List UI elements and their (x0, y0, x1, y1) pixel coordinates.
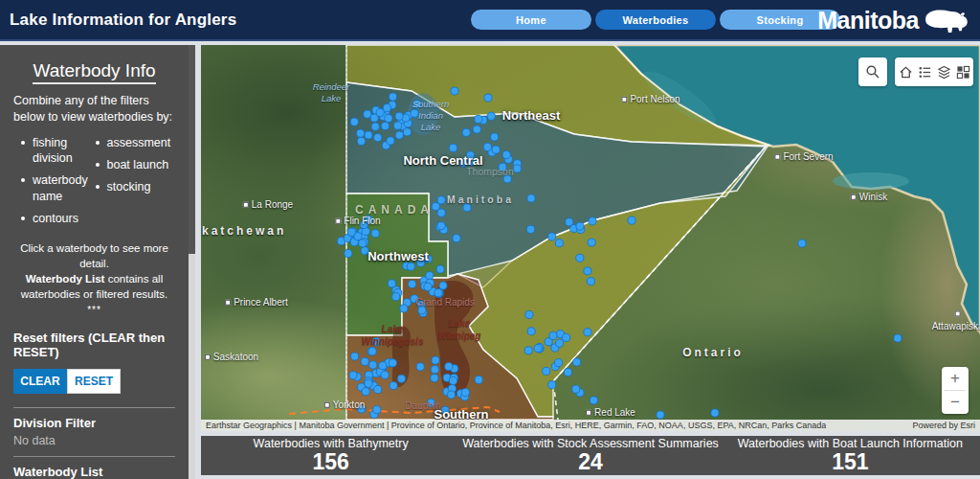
waterbody-dot[interactable] (427, 399, 434, 407)
basemap-gallery-button[interactable] (953, 57, 972, 86)
waterbody-dot[interactable] (588, 239, 595, 246)
waterbody-dot[interactable] (894, 334, 902, 342)
waterbody-dot[interactable] (492, 146, 500, 153)
waterbody-dot[interactable] (359, 240, 367, 247)
waterbody-dot[interactable] (584, 267, 591, 275)
waterbody-dot[interactable] (400, 305, 408, 312)
waterbody-dot[interactable] (416, 363, 424, 371)
waterbody-dot[interactable] (525, 310, 533, 318)
waterbody-dot[interactable] (555, 240, 563, 247)
waterbody-dot[interactable] (473, 125, 480, 133)
waterbody-dot[interactable] (487, 112, 495, 120)
waterbody-dot[interactable] (394, 122, 402, 129)
waterbody-dot[interactable] (534, 344, 542, 352)
waterbody-dot[interactable] (436, 265, 444, 273)
sidebar-scrollbar[interactable] (189, 45, 195, 479)
waterbody-dot[interactable] (475, 115, 482, 123)
waterbody-dot[interactable] (484, 94, 492, 102)
waterbody-dot[interactable] (461, 389, 469, 397)
waterbody-dot[interactable] (361, 247, 368, 255)
waterbody-dot[interactable] (432, 202, 439, 210)
waterbody-dot[interactable] (358, 405, 366, 413)
waterbody-dot[interactable] (349, 372, 357, 379)
map-search-button[interactable] (858, 57, 887, 86)
waterbody-dot[interactable] (475, 376, 482, 383)
waterbody-dot[interactable] (424, 255, 432, 262)
waterbody-dot[interactable] (491, 133, 499, 141)
waterbody-dot[interactable] (381, 122, 389, 129)
waterbody-dot[interactable] (431, 366, 438, 374)
waterbody-dot[interactable] (572, 385, 580, 393)
waterbody-dot[interactable] (590, 397, 597, 404)
layers-button[interactable] (934, 57, 953, 86)
waterbody-dot[interactable] (392, 293, 400, 301)
waterbody-dot[interactable] (431, 375, 438, 382)
waterbody-dot[interactable] (439, 282, 447, 289)
waterbody-dot[interactable] (389, 93, 396, 101)
waterbody-dot[interactable] (369, 361, 377, 369)
waterbody-dot[interactable] (345, 249, 352, 257)
waterbody-dot[interactable] (376, 108, 384, 116)
waterbody-dot[interactable] (350, 118, 358, 125)
waterbody-dot[interactable] (584, 329, 591, 336)
waterbody-dot[interactable] (548, 233, 556, 240)
waterbody-dot[interactable] (798, 240, 806, 247)
waterbody-dot[interactable] (374, 385, 382, 393)
waterbody-dot[interactable] (502, 151, 510, 159)
waterbody-dot[interactable] (395, 131, 403, 139)
waterbody-dot[interactable] (441, 406, 449, 414)
waterbody-dot[interactable] (548, 381, 556, 389)
waterbody-dot[interactable] (417, 259, 425, 266)
waterbody-dot[interactable] (365, 379, 372, 387)
waterbody-dot[interactable] (449, 144, 457, 151)
waterbody-dot[interactable] (483, 143, 491, 150)
waterbody-dot[interactable] (527, 328, 535, 335)
waterbody-dot[interactable] (368, 348, 376, 355)
waterbody-dot[interactable] (374, 134, 382, 142)
legend-button[interactable] (915, 57, 934, 86)
waterbody-dot[interactable] (432, 356, 439, 364)
waterbody-dot[interactable] (397, 375, 405, 382)
waterbody-dot[interactable] (527, 194, 535, 202)
waterbody-dot[interactable] (351, 353, 359, 360)
waterbody-dot[interactable] (390, 382, 397, 390)
waterbody-dot[interactable] (554, 359, 562, 367)
map-canvas[interactable]: Reindeer LakeSouthern Indian LakeNorthea… (201, 45, 980, 431)
waterbody-dot[interactable] (347, 228, 355, 236)
waterbody-dot[interactable] (576, 254, 584, 262)
waterbody-dot[interactable] (451, 87, 458, 95)
waterbody-dot[interactable] (364, 110, 371, 118)
waterbody-dot[interactable] (403, 128, 411, 136)
waterbody-dot[interactable] (357, 129, 365, 137)
waterbody-dot[interactable] (589, 217, 596, 225)
waterbody-dot[interactable] (411, 109, 418, 117)
waterbody-dot[interactable] (413, 101, 421, 108)
waterbody-dot[interactable] (657, 411, 664, 419)
waterbody-dot[interactable] (459, 159, 467, 167)
nav-waterbodies[interactable]: Waterbodies (595, 10, 716, 30)
waterbody-dot[interactable] (466, 151, 474, 159)
waterbody-dot[interactable] (407, 262, 414, 270)
waterbody-dot[interactable] (499, 163, 506, 171)
waterbody-dot[interactable] (628, 217, 635, 224)
waterbody-dot[interactable] (379, 362, 387, 370)
waterbody-dot[interactable] (365, 216, 372, 223)
waterbody-dot[interactable] (453, 235, 460, 242)
waterbody-dot[interactable] (549, 331, 557, 339)
zoom-out-button[interactable]: − (942, 391, 969, 414)
waterbody-dot[interactable] (434, 289, 442, 297)
waterbody-dot[interactable] (372, 338, 380, 346)
waterbody-dot[interactable] (576, 222, 584, 230)
waterbody-dot[interactable] (513, 165, 521, 172)
waterbody-dot[interactable] (448, 391, 456, 399)
waterbody-dot[interactable] (437, 196, 445, 204)
reset-button[interactable]: RESET (67, 369, 121, 394)
waterbody-dot[interactable] (556, 339, 564, 347)
waterbody-dot[interactable] (711, 409, 719, 417)
waterbody-dot[interactable] (437, 209, 445, 217)
waterbody-dot[interactable] (418, 307, 426, 314)
waterbody-dot[interactable] (385, 114, 392, 122)
waterbody-dot[interactable] (365, 131, 372, 139)
waterbody-dot[interactable] (362, 388, 369, 396)
waterbody-dot[interactable] (371, 123, 379, 130)
